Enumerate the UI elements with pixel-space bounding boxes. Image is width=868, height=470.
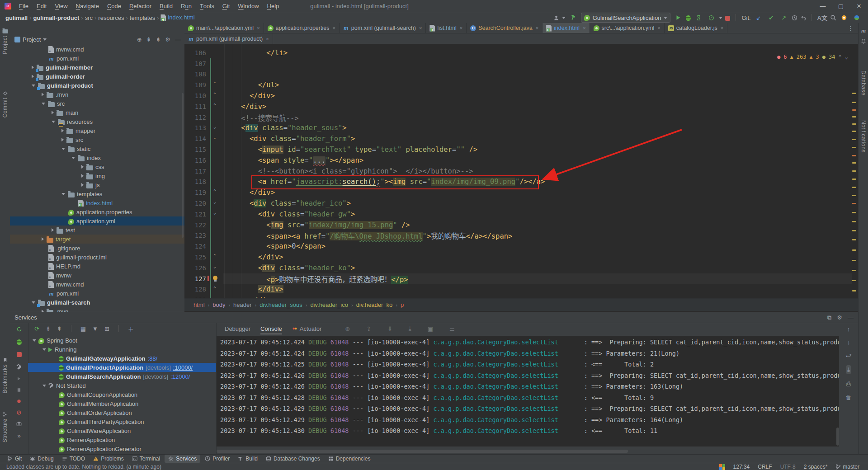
toolbar-problems[interactable]: Problems xyxy=(90,455,127,463)
rerun-icon[interactable]: ⟳ xyxy=(34,325,39,332)
fold-marker-icon[interactable]: ⌄ xyxy=(213,124,216,129)
project-scrollbar[interactable] xyxy=(182,93,184,238)
add-service-frame-icon[interactable]: ⊞ xyxy=(104,325,109,332)
tool-stripe-notifications[interactable]: Notifications xyxy=(859,120,868,153)
chevron-right-icon[interactable] xyxy=(81,165,84,169)
chevron-down-icon[interactable] xyxy=(52,121,55,123)
tab-application-properties[interactable]: application.properties× xyxy=(264,23,340,33)
editor-breadcrumb-item[interactable]: header xyxy=(233,301,251,308)
locate-file-icon[interactable]: ⊕ xyxy=(137,36,142,43)
tree-item-application-yml[interactable]: application.yml xyxy=(10,216,184,226)
service-gulimallsearchapplication[interactable]: GulimallSearchApplication[devtools]:1200… xyxy=(28,372,216,381)
soft-wrap-icon[interactable]: ▣ xyxy=(428,325,433,332)
fold-marker-icon[interactable]: ⌄ xyxy=(213,135,216,140)
tree-item-src[interactable]: src xyxy=(10,135,184,144)
search-everywhere-button[interactable] xyxy=(830,14,836,21)
chevron-right-icon[interactable] xyxy=(52,111,54,114)
pause-icon[interactable] xyxy=(16,387,22,393)
coverage-button[interactable] xyxy=(693,13,703,22)
service-port-link[interactable]: :12000/ xyxy=(170,373,190,380)
fold-marker-icon[interactable]: ⌃ xyxy=(213,103,216,108)
bug-icon[interactable] xyxy=(17,338,22,345)
scroll-to-end-icon[interactable]: ⤓ xyxy=(846,365,851,374)
console-hscrollbar[interactable] xyxy=(217,450,628,453)
menu-tools[interactable]: Tools xyxy=(196,0,218,12)
stop-icon[interactable] xyxy=(17,351,22,357)
service-gulimallcouponapplication[interactable]: GulimallCouponApplication xyxy=(28,390,216,399)
debug-button[interactable] xyxy=(686,14,691,21)
fold-marker-icon[interactable]: ⌃ xyxy=(213,92,216,97)
service-gulimallgatewayapplication[interactable]: GulimallGatewayApplication:88/ xyxy=(28,354,216,363)
fold-marker-icon[interactable]: ⌃ xyxy=(213,286,216,291)
tree-item-help-md[interactable]: ≡HELP.md xyxy=(10,262,184,271)
file-encoding[interactable]: UTF-8 xyxy=(780,464,796,470)
tree-item-index-html[interactable]: Hindex.html xyxy=(10,198,184,207)
close-icon[interactable]: × xyxy=(419,25,422,31)
editor-breadcrumb-item[interactable]: div.header_ico xyxy=(310,301,348,308)
chevron-down-icon[interactable] xyxy=(42,385,46,387)
service-running[interactable]: Running xyxy=(28,345,216,354)
hide-panel-icon[interactable]: — xyxy=(848,314,854,321)
history-button[interactable] xyxy=(792,15,797,21)
tab-searchcontroller-java[interactable]: CSearchController.java× xyxy=(467,23,542,33)
toolbar-services[interactable]: Services xyxy=(165,455,200,463)
service-gulimallthirdpartyapplication[interactable]: GulimallThirdPartyApplication xyxy=(28,417,216,426)
collapse-all-icon[interactable]: ⇞ xyxy=(57,325,62,332)
tree-item--mvn[interactable]: .mvn xyxy=(10,90,184,99)
tree-item-main[interactable]: main xyxy=(10,108,184,117)
tree-item-mvnw[interactable]: ≡mvnw xyxy=(10,271,184,280)
chevron-right-icon[interactable] xyxy=(61,129,64,132)
close-icon[interactable]: × xyxy=(266,36,269,42)
service-renrenapplicationgenerator[interactable]: RenrenApplicationGenerator xyxy=(28,444,216,453)
console-vscrollbar[interactable] xyxy=(836,428,839,446)
toolbar-terminal[interactable]: Terminal xyxy=(128,455,164,463)
reload-classes-icon[interactable] xyxy=(719,464,725,470)
tab-src-application-yml[interactable]: src\...\application.yml× xyxy=(590,23,665,33)
service-spring-boot[interactable]: Spring Boot xyxy=(28,336,216,345)
console-output[interactable]: 2023-07-17 09:45:12.424 DEBUG 61048 --- … xyxy=(217,336,839,446)
chevron-down-icon[interactable] xyxy=(32,301,35,304)
expand-all-icon[interactable]: ⇟ xyxy=(156,36,160,43)
soft-wrap-icon[interactable]: ⮐ xyxy=(846,352,852,359)
fold-marker-icon[interactable]: ⌄ xyxy=(213,199,216,204)
tab-index-html[interactable]: Hindex.html× xyxy=(542,23,590,33)
chevron-down-icon[interactable] xyxy=(33,339,36,342)
mute-icon[interactable] xyxy=(16,410,22,415)
line-separator[interactable]: CRLF xyxy=(758,464,772,470)
tool-stripe-bell[interactable] xyxy=(859,38,868,44)
breadcrumb-item[interactable]: src xyxy=(85,14,93,21)
git-update-button[interactable]: ↙ xyxy=(754,13,764,22)
menu-edit[interactable]: Edit xyxy=(33,0,51,12)
layout-icon[interactable]: ⊜ xyxy=(345,325,350,332)
chevron-down-icon[interactable] xyxy=(71,157,75,159)
tree-item-resources[interactable]: resources xyxy=(10,117,184,126)
hide-panel-icon[interactable]: — xyxy=(175,36,181,43)
project-view-selector[interactable]: Project xyxy=(14,36,47,43)
menu-navigate[interactable]: Navigate xyxy=(72,0,103,12)
console-tab-console[interactable]: Console xyxy=(260,323,282,334)
menu-code[interactable]: Code xyxy=(103,0,125,12)
close-icon[interactable]: × xyxy=(657,25,660,31)
close-icon[interactable]: × xyxy=(536,25,538,31)
menu-refactor[interactable]: Refactor xyxy=(125,0,156,12)
editor-breadcrumb-item[interactable]: body xyxy=(212,301,225,308)
toolbar-profiler[interactable]: Profiler xyxy=(201,455,233,463)
editor-breadcrumb-item[interactable]: div.header_sous xyxy=(259,301,302,308)
inspections-widget[interactable]: ●6▲263▲3●34⌃⌄ xyxy=(775,53,850,61)
editor-breadcrumb-item[interactable]: html xyxy=(193,301,205,308)
clear-console-icon[interactable]: 🗑 xyxy=(846,394,852,401)
scroll-end-icon[interactable]: ⤓ xyxy=(409,325,411,332)
next-problem-icon[interactable]: ⌄ xyxy=(845,54,848,60)
tree-item-gulimall-product[interactable]: gulimall-product xyxy=(10,81,184,90)
toolbar-debug[interactable]: Debug xyxy=(26,455,57,463)
service-port-link[interactable]: :88/ xyxy=(148,355,158,362)
menu-build[interactable]: Build xyxy=(156,0,177,12)
code-editor[interactable]: 106 </li>107108109⌃ </ul>110⌃ </div>111⌃… xyxy=(184,44,858,298)
intention-bulb-icon[interactable] xyxy=(212,276,218,281)
chevron-right-icon[interactable] xyxy=(61,138,64,141)
tool-stripe-commit[interactable]: Commit xyxy=(0,91,10,118)
float-mode-icon[interactable]: ⧉ xyxy=(827,314,831,321)
menu-help[interactable]: Help xyxy=(263,0,283,12)
tree-item-test[interactable]: test xyxy=(10,226,184,235)
filter-icon[interactable]: ▼ xyxy=(92,325,98,332)
